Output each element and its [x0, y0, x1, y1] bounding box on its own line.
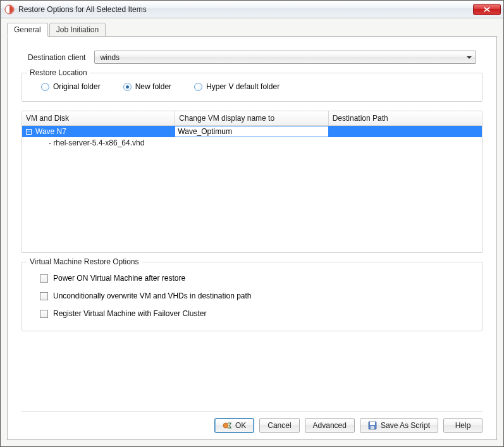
close-icon: [484, 7, 490, 12]
checkbox-overwrite[interactable]: Unconditionally overwrite VM and VHDs in…: [40, 291, 470, 300]
restore-location-radios: Original folder New folder Hyper V defau…: [34, 82, 470, 91]
radio-new-folder[interactable]: New folder: [123, 82, 171, 91]
disk-name-text: - rhel-server-5.4-x86_64.vhd: [26, 138, 144, 147]
svg-rect-5: [370, 422, 375, 425]
svg-rect-6: [371, 426, 374, 429]
table-row[interactable]: − Wave N7: [22, 126, 482, 137]
radio-new-label: New folder: [135, 82, 171, 91]
destination-path-cell: [329, 137, 482, 149]
destination-path-cell: [329, 126, 482, 137]
save-as-script-button[interactable]: Save As Script: [360, 418, 438, 433]
cancel-button-label: Cancel: [267, 421, 291, 430]
restore-location-legend: Restore Location: [27, 68, 90, 77]
checkbox-icon: [40, 274, 48, 283]
dialog-window: Restore Options for All Selected Items G…: [0, 0, 504, 447]
column-header-change-name[interactable]: Change VM display name to: [175, 111, 328, 126]
tab-strip: General Job Initiation: [7, 22, 497, 36]
save-as-script-label: Save As Script: [381, 421, 430, 430]
destination-client-value: winds: [100, 53, 120, 62]
checkbox-register-label: Register Virtual Machine with Failover C…: [53, 309, 207, 318]
client-area: General Job Initiation Destination clien…: [1, 18, 503, 446]
checkbox-icon: [40, 292, 48, 300]
ok-button[interactable]: OK: [214, 418, 254, 433]
help-button-label: Help: [455, 421, 471, 430]
button-bar: OK Cancel Advanced Save: [22, 411, 482, 433]
radio-dot-icon: [41, 83, 49, 91]
vm-restore-options-group: Virtual Machine Restore Options Power ON…: [22, 262, 482, 331]
rename-cell: [175, 126, 328, 137]
advanced-button[interactable]: Advanced: [305, 418, 355, 433]
chevron-down-icon: [464, 52, 474, 63]
radio-hyperv-default-folder[interactable]: Hyper V default folder: [194, 82, 280, 91]
tab-job-initiation[interactable]: Job Initiation: [49, 23, 106, 37]
ok-button-label: OK: [235, 421, 246, 430]
column-header-destination-path[interactable]: Destination Path: [329, 111, 482, 126]
radio-dot-icon: [194, 83, 202, 91]
destination-client-dropdown[interactable]: winds: [94, 51, 476, 64]
vm-name-text: Wave N7: [35, 127, 66, 136]
radio-original-label: Original folder: [53, 82, 101, 91]
table-row[interactable]: - rhel-server-5.4-x86_64.vhd: [22, 137, 482, 149]
grid-body[interactable]: − Wave N7 - rhel-server-5.4-x86_64.vhd: [22, 126, 482, 252]
close-button[interactable]: [473, 4, 501, 15]
column-header-vm-and-disk[interactable]: VM and Disk: [22, 111, 175, 126]
disk-name-cell: - rhel-server-5.4-x86_64.vhd: [22, 137, 175, 149]
collapse-icon[interactable]: −: [26, 129, 32, 135]
radio-dot-icon: [123, 83, 132, 91]
app-icon: [4, 4, 15, 15]
vm-restore-options-legend: Virtual Machine Restore Options: [27, 257, 142, 266]
radio-original-folder[interactable]: Original folder: [41, 82, 101, 91]
vm-disk-grid: VM and Disk Change VM display name to De…: [22, 111, 482, 253]
titlebar: Restore Options for All Selected Items: [1, 1, 503, 18]
vm-rename-input[interactable]: [175, 126, 328, 137]
radio-hyperv-label: Hyper V default folder: [206, 82, 280, 91]
destination-client-label: Destination client: [28, 53, 85, 62]
rename-cell: [175, 137, 328, 149]
help-button[interactable]: Help: [443, 418, 482, 433]
checkbox-power-on[interactable]: Power ON Virtual Machine after restore: [40, 274, 470, 283]
tab-page-general: Destination client winds Restore Locatio…: [7, 36, 497, 440]
grid-header: VM and Disk Change VM display name to De…: [22, 111, 482, 126]
save-script-icon: [368, 421, 377, 430]
cancel-button[interactable]: Cancel: [259, 418, 299, 433]
destination-client-row: Destination client winds: [22, 51, 482, 64]
svg-point-3: [223, 423, 228, 428]
checkbox-power-on-label: Power ON Virtual Machine after restore: [53, 274, 185, 283]
window-title: Restore Options for All Selected Items: [18, 5, 473, 14]
tab-general[interactable]: General: [7, 23, 48, 37]
checkbox-icon: [40, 310, 48, 318]
checkbox-register-failover[interactable]: Register Virtual Machine with Failover C…: [40, 309, 470, 318]
vm-name-cell: − Wave N7: [22, 126, 175, 137]
advanced-button-label: Advanced: [313, 421, 347, 430]
restore-location-group: Restore Location Original folder New fol…: [22, 73, 482, 102]
checkbox-overwrite-label: Unconditionally overwrite VM and VHDs in…: [53, 291, 252, 300]
ok-icon: [223, 421, 231, 430]
